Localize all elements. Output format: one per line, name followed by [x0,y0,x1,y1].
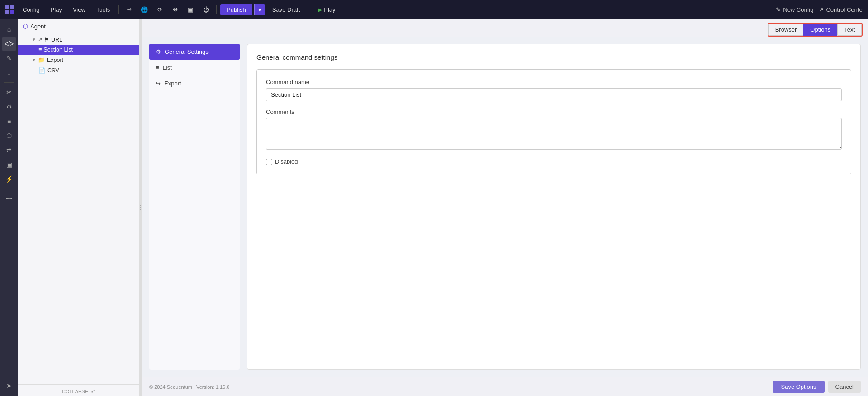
separator-2 [216,5,217,14]
command-name-group: Command name [266,79,842,101]
nav-tools[interactable]: Tools [92,5,114,15]
sidebar-folder-icon[interactable]: ▣ [2,158,16,171]
comments-textarea[interactable] [266,118,842,150]
agent-label: Agent [30,23,46,30]
settings-title: General command settings [256,53,851,61]
disabled-checkbox-row[interactable]: Disabled [266,158,842,165]
gear-icon: ⚙ [156,48,161,55]
new-config-button[interactable]: ✎ New Config [776,6,813,13]
new-config-icon: ✎ [776,6,781,13]
nav-list[interactable]: ≡ List [149,60,240,75]
nav-config[interactable]: Config [18,5,44,15]
command-settings-main: General command settings Command name Co… [247,44,861,370]
top-navbar: Config Play View Tools ✳ 🌐 ⟳ ❋ ▣ ⏻ Publi… [0,0,868,19]
bottom-bar: © 2024 Sequentum | Version: 1.16.0 Save … [142,377,868,396]
sidebar-code-icon[interactable]: </> [2,37,16,51]
chevron-down-icon: ▼ [32,37,36,42]
svg-rect-3 [10,10,14,14]
resize-dots [140,205,141,210]
sidebar-flash-icon[interactable]: ⚡ [2,172,16,186]
save-options-button[interactable]: Save Options [773,381,824,393]
agent-icon: ⬡ [23,23,28,30]
link-icon: ↗ [38,37,42,42]
nodes-icon[interactable]: ❋ [168,3,182,16]
separator-3 [309,5,309,14]
sidebar-database-icon[interactable]: ⬡ [2,129,16,142]
nav-view[interactable]: View [68,5,90,15]
chevron-right-icon: ▼ [32,57,36,62]
footer-copyright: © 2024 Sequentum | Version: 1.16.0 [149,384,229,390]
expand-icon: ⤢ [91,388,95,394]
nav-export[interactable]: ↪ Export [149,75,240,91]
command-name-input[interactable] [266,88,842,101]
sidebar-send-icon[interactable]: ➤ [2,379,16,392]
tree-item-csv[interactable]: 📄 CSV [18,65,139,75]
tab-text[interactable]: Text [837,24,862,36]
sidebar-editor-icon[interactable]: ✎ [2,52,16,65]
collapse-bar[interactable]: COLLAPSE ⤢ [18,387,139,396]
disabled-group: Disabled [266,158,842,165]
play-button[interactable]: ▶ Play [313,4,340,15]
tab-browser[interactable]: Browser [768,24,804,36]
top-tab-bar: Browser Options Text [142,19,868,37]
image-icon[interactable]: ▣ [184,3,197,16]
flag-icon: ⚑ [44,36,49,43]
sidebar-list-icon[interactable]: ≡ [2,114,16,128]
nav-play[interactable]: Play [46,5,66,15]
icon-sidebar: ⌂ </> ✎ ↓ ✂ ⚙ ≡ ⬡ ⇄ ▣ ⚡ ••• ➤ [0,19,18,396]
command-name-label: Command name [266,79,842,85]
tree-item-export[interactable]: ▼ 📁 Export [18,55,139,65]
list-icon: ≡ [38,47,42,53]
separator-1 [118,5,119,14]
tab-group: Browser Options Text [768,23,863,37]
svg-rect-2 [5,10,9,14]
exit-icon: ↗ [819,6,824,13]
file-icon: 📄 [38,67,46,74]
tree-item-section-list[interactable]: ≡ Section List [18,45,139,55]
bottom-bar-actions: Save Options Cancel [773,381,861,393]
tools-icon[interactable]: ✳ [122,3,136,16]
sidebar-home-icon[interactable]: ⌂ [2,23,16,36]
tree-panel: ⬡ Agent ▼ ↗ ⚑ URL ≡ Section List ▼ 📁 Exp… [18,19,139,396]
loop-icon[interactable]: ⟳ [153,3,166,16]
sidebar-download-icon[interactable]: ↓ [2,66,16,80]
list-icon: ≡ [156,64,159,71]
command-panel: ⚙ General Settings ≡ List ↪ Export Gener… [142,37,868,377]
settings-card: Command name Comments Disabled [256,69,851,174]
sidebar-sep-2 [4,189,14,189]
sidebar-sep-1 [4,82,14,83]
sidebar-cut-icon[interactable]: ✂ [2,85,16,99]
globe-icon[interactable]: 🌐 [138,3,151,16]
tab-options[interactable]: Options [803,24,837,36]
tree-footer: COLLAPSE ⤢ [18,384,139,396]
collapse-label: COLLAPSE [62,389,88,394]
nav-general-settings[interactable]: ⚙ General Settings [149,44,240,60]
publish-dropdown-button[interactable]: ▾ [254,4,265,15]
svg-rect-0 [5,5,9,9]
comments-label: Comments [266,108,842,115]
nav-right-actions: ✎ New Config ↗ Control Center [776,6,864,13]
publish-button[interactable]: Publish [220,4,252,15]
cancel-button[interactable]: Cancel [828,381,861,393]
svg-rect-1 [10,5,14,9]
tree-body: ▼ ↗ ⚑ URL ≡ Section List ▼ 📁 Export 📄 CS… [18,33,139,384]
disabled-checkbox[interactable] [266,159,272,165]
tree-item-url[interactable]: ▼ ↗ ⚑ URL [18,34,139,45]
sidebar-settings-icon[interactable]: ⚙ [2,100,16,113]
app-logo [4,3,16,16]
control-center-button[interactable]: ↗ Control Center [819,6,864,13]
content-area: Browser Options Text ⚙ General Settings … [142,19,868,396]
export-icon: ↪ [156,80,161,87]
tree-header: ⬡ Agent [18,19,139,33]
comments-group: Comments [266,108,842,151]
save-draft-button[interactable]: Save Draft [267,4,305,15]
power-icon[interactable]: ⏻ [199,3,213,16]
sidebar-merge-icon[interactable]: ⇄ [2,143,16,157]
disabled-label: Disabled [275,158,298,165]
sidebar-more-icon[interactable]: ••• [2,192,16,205]
main-container: ⌂ </> ✎ ↓ ✂ ⚙ ≡ ⬡ ⇄ ▣ ⚡ ••• ➤ ⬡ Agent ▼ … [0,19,868,396]
command-left-nav: ⚙ General Settings ≡ List ↪ Export [149,44,240,370]
play-triangle-icon: ▶ [318,6,322,13]
folder-icon: 📁 [38,57,45,63]
